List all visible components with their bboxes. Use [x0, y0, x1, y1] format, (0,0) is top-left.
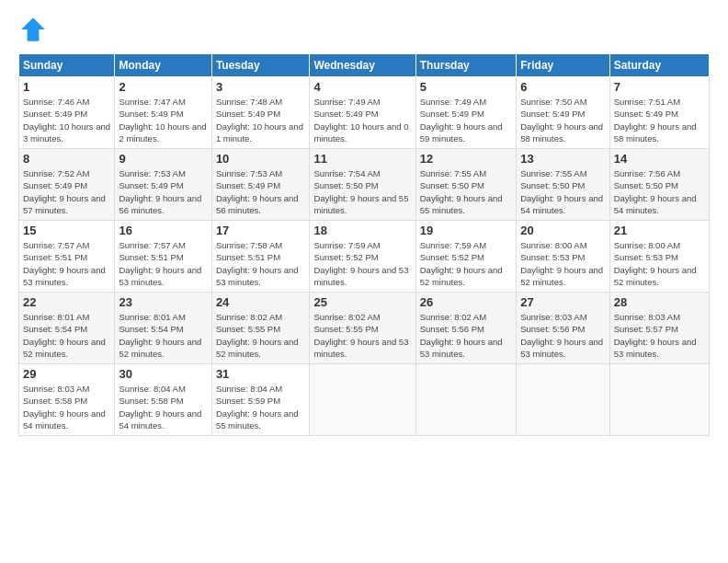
header-cell-monday: Monday	[115, 54, 211, 77]
header-cell-tuesday: Tuesday	[211, 54, 310, 77]
day-number: 16	[119, 224, 207, 237]
day-info: Sunrise: 7:53 AMSunset: 5:49 PMDaylight:…	[216, 167, 306, 216]
day-number: 6	[520, 80, 605, 94]
day-number: 18	[313, 224, 411, 237]
calendar-header: SundayMondayTuesdayWednesdayThursdayFrid…	[19, 54, 710, 77]
day-number: 17	[216, 224, 306, 237]
day-info: Sunrise: 7:49 AMSunset: 5:49 PMDaylight:…	[420, 96, 512, 144]
day-number: 1	[23, 80, 110, 94]
day-info: Sunrise: 7:59 AMSunset: 5:52 PMDaylight:…	[420, 239, 512, 288]
day-number: 31	[216, 367, 306, 381]
day-cell: 18Sunrise: 7:59 AMSunset: 5:52 PMDayligh…	[310, 221, 415, 293]
day-cell	[609, 364, 709, 436]
day-cell: 14Sunrise: 7:56 AMSunset: 5:50 PMDayligh…	[609, 149, 709, 221]
day-cell: 1Sunrise: 7:46 AMSunset: 5:49 PMDaylight…	[19, 77, 115, 149]
day-cell: 15Sunrise: 7:57 AMSunset: 5:51 PMDayligh…	[19, 221, 115, 293]
day-info: Sunrise: 7:50 AMSunset: 5:49 PMDaylight:…	[520, 96, 605, 144]
day-info: Sunrise: 7:47 AMSunset: 5:49 PMDaylight:…	[119, 96, 207, 144]
day-number: 9	[119, 152, 207, 166]
day-number: 3	[216, 80, 306, 94]
day-cell: 20Sunrise: 8:00 AMSunset: 5:53 PMDayligh…	[517, 221, 609, 293]
day-info: Sunrise: 7:52 AMSunset: 5:49 PMDaylight:…	[23, 167, 110, 216]
day-cell: 31Sunrise: 8:04 AMSunset: 5:59 PMDayligh…	[211, 364, 310, 436]
page: SundayMondayTuesdayWednesdayThursdayFrid…	[0, 0, 728, 563]
day-info: Sunrise: 8:02 AMSunset: 5:55 PMDaylight:…	[313, 311, 411, 360]
day-cell: 28Sunrise: 8:03 AMSunset: 5:57 PMDayligh…	[609, 293, 709, 364]
day-info: Sunrise: 7:46 AMSunset: 5:49 PMDaylight:…	[23, 96, 110, 144]
week-row-5: 29Sunrise: 8:03 AMSunset: 5:58 PMDayligh…	[19, 364, 710, 436]
day-info: Sunrise: 7:57 AMSunset: 5:51 PMDaylight:…	[23, 239, 110, 288]
header-cell-friday: Friday	[517, 54, 609, 77]
day-number: 26	[420, 295, 512, 309]
day-info: Sunrise: 8:03 AMSunset: 5:56 PMDaylight:…	[520, 311, 605, 360]
day-info: Sunrise: 8:03 AMSunset: 5:57 PMDaylight:…	[614, 311, 705, 360]
day-cell: 8Sunrise: 7:52 AMSunset: 5:49 PMDaylight…	[19, 149, 115, 221]
day-cell	[517, 364, 609, 436]
day-cell: 12Sunrise: 7:55 AMSunset: 5:50 PMDayligh…	[415, 149, 516, 221]
day-info: Sunrise: 7:49 AMSunset: 5:49 PMDaylight:…	[313, 96, 411, 144]
week-row-2: 8Sunrise: 7:52 AMSunset: 5:49 PMDaylight…	[19, 149, 710, 221]
day-info: Sunrise: 7:54 AMSunset: 5:50 PMDaylight:…	[313, 167, 411, 216]
day-cell	[415, 364, 516, 436]
day-number: 22	[23, 295, 110, 309]
header-cell-sunday: Sunday	[19, 54, 115, 77]
week-row-4: 22Sunrise: 8:01 AMSunset: 5:54 PMDayligh…	[19, 293, 710, 364]
day-number: 30	[119, 367, 207, 381]
day-info: Sunrise: 8:02 AMSunset: 5:56 PMDaylight:…	[420, 311, 512, 360]
header-cell-thursday: Thursday	[415, 54, 516, 77]
header-cell-saturday: Saturday	[609, 54, 709, 77]
day-info: Sunrise: 7:56 AMSunset: 5:50 PMDaylight:…	[614, 167, 705, 216]
day-number: 5	[420, 80, 512, 94]
day-cell: 19Sunrise: 7:59 AMSunset: 5:52 PMDayligh…	[415, 221, 516, 293]
day-number: 8	[23, 152, 110, 166]
day-cell: 29Sunrise: 8:03 AMSunset: 5:58 PMDayligh…	[19, 364, 115, 436]
day-cell: 5Sunrise: 7:49 AMSunset: 5:49 PMDaylight…	[415, 77, 516, 149]
day-cell: 17Sunrise: 7:58 AMSunset: 5:51 PMDayligh…	[211, 221, 310, 293]
svg-marker-0	[21, 17, 45, 41]
day-number: 25	[313, 295, 411, 309]
day-number: 20	[520, 224, 605, 237]
day-cell: 23Sunrise: 8:01 AMSunset: 5:54 PMDayligh…	[115, 293, 211, 364]
day-info: Sunrise: 8:04 AMSunset: 5:58 PMDaylight:…	[119, 383, 207, 431]
day-info: Sunrise: 8:01 AMSunset: 5:54 PMDaylight:…	[23, 311, 110, 360]
week-row-3: 15Sunrise: 7:57 AMSunset: 5:51 PMDayligh…	[19, 221, 710, 293]
day-cell: 2Sunrise: 7:47 AMSunset: 5:49 PMDaylight…	[115, 77, 211, 149]
day-info: Sunrise: 8:00 AMSunset: 5:53 PMDaylight:…	[520, 239, 605, 288]
day-info: Sunrise: 7:55 AMSunset: 5:50 PMDaylight:…	[420, 167, 512, 216]
logo-icon	[18, 15, 48, 44]
day-info: Sunrise: 7:53 AMSunset: 5:49 PMDaylight:…	[119, 167, 207, 216]
day-cell: 3Sunrise: 7:48 AMSunset: 5:49 PMDaylight…	[211, 77, 310, 149]
day-number: 24	[216, 295, 306, 309]
calendar-body: 1Sunrise: 7:46 AMSunset: 5:49 PMDaylight…	[19, 77, 710, 436]
day-number: 14	[614, 152, 705, 166]
day-cell: 6Sunrise: 7:50 AMSunset: 5:49 PMDaylight…	[517, 77, 609, 149]
day-cell: 27Sunrise: 8:03 AMSunset: 5:56 PMDayligh…	[517, 293, 609, 364]
day-info: Sunrise: 8:01 AMSunset: 5:54 PMDaylight:…	[119, 311, 207, 360]
day-cell: 16Sunrise: 7:57 AMSunset: 5:51 PMDayligh…	[115, 221, 211, 293]
day-number: 21	[614, 224, 705, 237]
day-cell: 4Sunrise: 7:49 AMSunset: 5:49 PMDaylight…	[310, 77, 415, 149]
day-info: Sunrise: 7:48 AMSunset: 5:49 PMDaylight:…	[216, 96, 306, 144]
day-number: 12	[420, 152, 512, 166]
day-info: Sunrise: 8:02 AMSunset: 5:55 PMDaylight:…	[216, 311, 306, 360]
day-cell: 10Sunrise: 7:53 AMSunset: 5:49 PMDayligh…	[211, 149, 310, 221]
day-number: 29	[23, 367, 110, 381]
day-info: Sunrise: 8:03 AMSunset: 5:58 PMDaylight:…	[23, 383, 110, 431]
day-number: 28	[614, 295, 705, 309]
day-info: Sunrise: 8:04 AMSunset: 5:59 PMDaylight:…	[216, 383, 306, 431]
day-number: 19	[420, 224, 512, 237]
day-cell: 7Sunrise: 7:51 AMSunset: 5:49 PMDaylight…	[609, 77, 709, 149]
day-cell: 26Sunrise: 8:02 AMSunset: 5:56 PMDayligh…	[415, 293, 516, 364]
day-info: Sunrise: 7:51 AMSunset: 5:49 PMDaylight:…	[614, 96, 705, 144]
day-info: Sunrise: 7:59 AMSunset: 5:52 PMDaylight:…	[313, 239, 411, 288]
logo	[18, 15, 53, 44]
day-cell	[310, 364, 415, 436]
day-number: 7	[614, 80, 705, 94]
day-number: 11	[313, 152, 411, 166]
day-number: 23	[119, 295, 207, 309]
day-cell: 24Sunrise: 8:02 AMSunset: 5:55 PMDayligh…	[211, 293, 310, 364]
day-number: 10	[216, 152, 306, 166]
day-info: Sunrise: 7:55 AMSunset: 5:50 PMDaylight:…	[520, 167, 605, 216]
day-info: Sunrise: 7:58 AMSunset: 5:51 PMDaylight:…	[216, 239, 306, 288]
day-cell: 13Sunrise: 7:55 AMSunset: 5:50 PMDayligh…	[517, 149, 609, 221]
